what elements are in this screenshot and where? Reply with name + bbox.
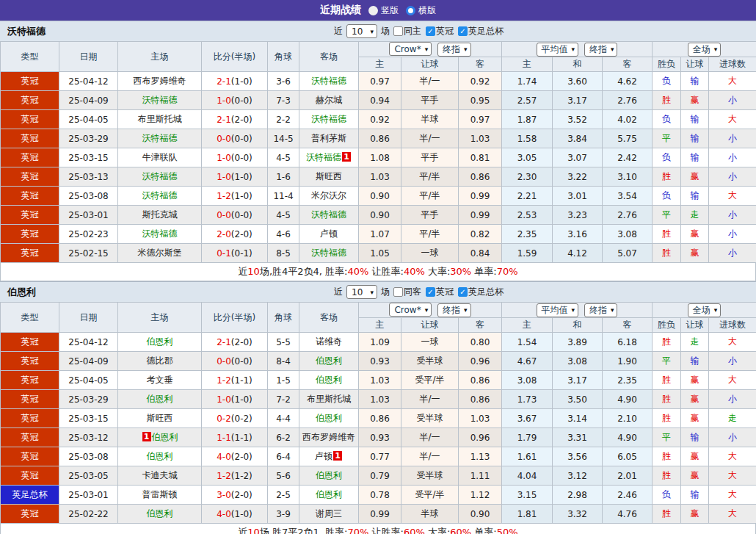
europe-odds-cell: 3.23 xyxy=(553,206,603,225)
col-header-date: 日期 xyxy=(59,42,118,72)
result-value: 输 xyxy=(691,114,699,124)
away-team-cell: 沃特福德 xyxy=(299,110,359,129)
league-badge: 英冠 xyxy=(1,390,59,409)
filter-checkbox[interactable]: ✓英冠 xyxy=(426,286,454,298)
odds-company-select[interactable]: Crow*▾ xyxy=(389,303,432,317)
scope-select[interactable]: 全场▾ xyxy=(688,43,722,57)
league-badge: 英冠 xyxy=(1,447,59,466)
layout-radio-horizontal[interactable]: 横版 xyxy=(406,4,436,17)
score-cell: 1-2(1-1) xyxy=(202,371,268,390)
away-team-name: 沃特福德 xyxy=(311,114,346,124)
handicap-odds-cell: 0.77 xyxy=(359,447,401,466)
handicap-odds-cell: 0.82 xyxy=(459,225,502,244)
europe-time-select[interactable]: 终指▾ xyxy=(584,303,618,317)
halftime-score: (2-0) xyxy=(231,115,252,125)
away-team-name: 伯恩利 xyxy=(316,413,342,423)
handicap-time-select[interactable]: 终指▾ xyxy=(437,43,471,57)
summary-segment: 大率: xyxy=(425,527,451,534)
handicap-time-select[interactable]: 终指▾ xyxy=(437,303,471,317)
filter-checkbox[interactable]: ✓英足总杯 xyxy=(458,25,504,37)
europe-odds-cell: 2.53 xyxy=(502,206,553,225)
result-cell: 小 xyxy=(709,352,756,371)
away-team-name: 卢顿 xyxy=(320,228,338,239)
halftime-score: (0-0) xyxy=(231,153,252,163)
result-cell: 输 xyxy=(681,187,709,206)
summary-segment: 40% xyxy=(404,266,425,277)
europe-average-select[interactable]: 平均值▾ xyxy=(537,43,579,57)
europe-average-select[interactable]: 平均值▾ xyxy=(537,303,579,317)
away-team-name: 沃特福德 xyxy=(311,248,346,258)
handicap-odds-cell: 半球 xyxy=(401,505,459,524)
europe-group-header: 平均值▾ 终指▾ xyxy=(502,303,653,318)
match-count-select[interactable]: 10 ▾ xyxy=(346,285,377,299)
layout-radio-vertical[interactable]: 竖版 xyxy=(368,4,399,17)
subcol-goals: 进球数 xyxy=(709,318,756,333)
matches-table: 类型 日期 主场 比分(半场) 角球 客场 Crow*▾ 终指▾ 平均值▾ 终指… xyxy=(0,302,756,524)
result-cell: 大 xyxy=(709,72,756,91)
fulltime-score: 4-0 xyxy=(217,452,231,462)
handicap-odds-cell: 半/一 xyxy=(401,447,459,466)
away-team-name: 卢顿 xyxy=(315,451,332,461)
fulltime-score: 0-0 xyxy=(217,356,231,367)
result-cell: 赢 xyxy=(681,225,709,244)
checkbox-unchecked-icon[interactable] xyxy=(393,287,403,297)
match-count-select[interactable]: 10 ▾ xyxy=(346,24,377,38)
checkbox-unchecked-icon[interactable] xyxy=(393,26,403,36)
match-row: 英冠25-03-05卡迪夫城1-2(1-2)5-6伯恩利0.79受半球1.114… xyxy=(1,466,756,486)
europe-odds-cell: 2.42 xyxy=(603,148,653,167)
result-cell: 胜 xyxy=(653,390,681,409)
date-cell: 25-03-05 xyxy=(59,466,118,486)
handicap-odds-cell: 平/半 xyxy=(401,167,459,187)
score-cell: 1-0(1-0) xyxy=(202,390,268,409)
col-header-type: 类型 xyxy=(1,303,59,333)
score-cell: 1-0(1-0) xyxy=(202,167,268,187)
handicap-odds-cell: 0.97 xyxy=(459,110,502,129)
filter-checkbox[interactable]: ✓英足总杯 xyxy=(458,286,504,298)
radio-selected-icon[interactable] xyxy=(368,6,378,15)
scope-select[interactable]: 全场▾ xyxy=(688,303,722,317)
result-cell: 赢 xyxy=(681,505,709,524)
europe-odds-cell: 2.21 xyxy=(502,187,553,206)
title-bar: 近期战绩 竖版 横版 xyxy=(0,0,756,21)
filter-checkbox[interactable]: 同客 xyxy=(393,286,421,298)
away-team-cell: 卢顿 xyxy=(299,225,359,244)
score-cell: 4-0(2-0) xyxy=(202,447,268,466)
fulltime-score: 1-0 xyxy=(217,172,231,182)
match-row: 英冠25-02-22伯恩利4-0(1-0)3-9谢周三0.99半球0.901.8… xyxy=(1,505,756,524)
filter-checkbox[interactable]: ✓英冠 xyxy=(426,25,454,37)
subcol-home-odds: 主 xyxy=(359,57,401,72)
result-cell: 负 xyxy=(653,110,681,129)
filter-controls: 近 10 ▾ 场 同主✓英冠✓英足总杯 xyxy=(334,21,504,41)
checkbox-checked-icon[interactable]: ✓ xyxy=(458,287,468,297)
summary-segment: 10 xyxy=(247,527,260,534)
checkbox-checked-icon[interactable]: ✓ xyxy=(426,26,435,36)
subcol-away-odds: 客 xyxy=(459,57,502,72)
result-cell: 赢 xyxy=(681,244,709,263)
result-cell: 胜 xyxy=(653,167,681,187)
home-team-cell: 1伯恩利 xyxy=(118,428,202,447)
chevron-down-icon: ▾ xyxy=(611,46,614,53)
filter-checkbox[interactable]: 同主 xyxy=(393,25,421,37)
away-team-cell: 沃特福德 xyxy=(299,206,359,225)
halftime-score: (0-0) xyxy=(231,356,252,367)
handicap-odds-cell: 0.92 xyxy=(459,72,502,91)
fulltime-score: 0-1 xyxy=(217,248,231,259)
result-cell: 负 xyxy=(653,72,681,91)
league-badge: 英冠 xyxy=(1,466,59,486)
europe-odds-cell: 2.98 xyxy=(553,486,603,505)
league-badge: 英冠 xyxy=(1,409,59,428)
checkbox-checked-icon[interactable]: ✓ xyxy=(426,287,435,297)
europe-time-select[interactable]: 终指▾ xyxy=(584,43,618,57)
odds-company-select[interactable]: Crow*▾ xyxy=(389,42,432,56)
europe-odds-cell: 1.74 xyxy=(502,72,553,91)
checkbox-label: 英冠 xyxy=(436,25,454,37)
subcol-result: 胜负 xyxy=(653,318,681,333)
halftime-score: (1-0) xyxy=(231,191,252,201)
checkbox-checked-icon[interactable]: ✓ xyxy=(458,26,468,36)
date-cell: 25-03-15 xyxy=(59,409,118,428)
result-value: 输 xyxy=(691,190,699,201)
away-team-cell: 普利茅斯 xyxy=(299,129,359,148)
away-team-name: 诺维奇 xyxy=(316,336,342,347)
radio-unselected-icon[interactable] xyxy=(406,6,415,15)
match-row: 英足总杯25-03-01普雷斯顿3-0(2-0)2-5伯恩利0.78受平/半1.… xyxy=(1,486,756,505)
